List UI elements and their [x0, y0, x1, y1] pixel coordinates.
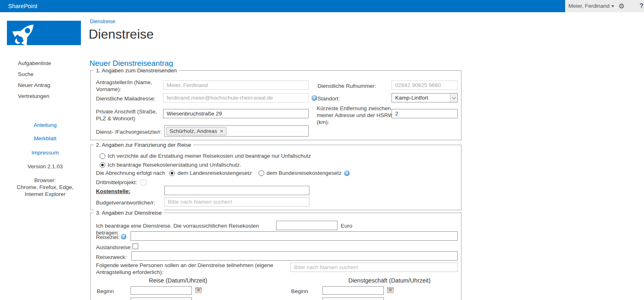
dienstgeschaeft-column-header: Dienstgeschäft (Datum/Uhrzeit) — [329, 277, 450, 284]
section-1-dienstreisender: 1. Angaben zum Dienstreisenden Antragste… — [90, 70, 461, 140]
page-title: Dienstreise — [89, 27, 154, 42]
antragsteller-input — [163, 80, 309, 90]
drittmittel-label: Drittmittelprojekt: — [96, 179, 137, 186]
version-label: Version 2.1.03 — [0, 163, 90, 170]
reise-ende-input[interactable] — [131, 298, 192, 300]
euro-label: Euro — [341, 222, 352, 229]
info-icon[interactable]: i — [311, 95, 317, 101]
reise-beginn-label: Beginn — [97, 288, 114, 295]
rocket-icon — [7, 21, 81, 45]
user-menu[interactable]: Meier, Ferdinand — [568, 0, 609, 12]
abrechnung-text: Die Abrechnung erfolgt nach — [96, 170, 165, 176]
dienstgeschaeft-beginn-label: Beginn — [291, 288, 308, 295]
standort-select[interactable]: Kamp-Lintfort — [392, 93, 458, 102]
reisezweck-input[interactable] — [131, 251, 458, 261]
reiseziel-input[interactable] — [131, 231, 458, 241]
browser-note-line: Chrome, Firefox, Edge, — [0, 184, 90, 191]
radio-row-verzicht: Ich verzichte auf die Erstattung meiner … — [100, 152, 311, 159]
kostenstelle-label: Kostenstelle: — [96, 188, 131, 195]
sidebar-link-impressum[interactable]: Impressum — [0, 150, 90, 156]
antragsteller-label: Antragsteller/in (Name, Vorname): — [96, 79, 162, 93]
entfernung-input[interactable] — [392, 109, 458, 118]
calendar-icon[interactable] — [195, 287, 202, 293]
sidebar-item-neuer-antrag[interactable]: Neuer Antrag — [0, 82, 90, 93]
sidebar-item-aufgabenliste[interactable]: Aufgabenliste — [0, 60, 90, 71]
person-chip: Schürholz, Andreas× — [166, 127, 226, 135]
bundesreisekostengesetz-radio[interactable] — [259, 170, 264, 176]
auslandsreise-checkbox[interactable] — [133, 243, 138, 249]
standort-label: Standort: — [318, 95, 366, 102]
entfernung-label: Kürzeste Entfernung zwischen meiner Adre… — [317, 105, 395, 126]
sidebar-item-vertretungen[interactable]: Vertretungen — [0, 93, 90, 104]
sidebar-link-anleitung[interactable]: Anleitung — [0, 122, 90, 128]
abrechnung-row: Die Abrechnung erfolgt nach dem Landesre… — [96, 170, 350, 176]
breadcrumb[interactable]: Dienstreise — [90, 19, 115, 24]
rufnummer-label: Dienstliche Rufnummer: — [318, 83, 391, 89]
section-1-legend: 1. Angaben zum Dienstreisenden — [94, 67, 179, 74]
auslandsreise-label: Auslandsreise: — [96, 244, 132, 251]
chevron-down-icon — [452, 96, 456, 100]
form-heading: Neuer Dienstreiseantrag — [89, 59, 173, 68]
sidebar-nav: Aufgabenliste Suche Neuer Antrag Vertret… — [0, 60, 90, 104]
browser-note: Browser: Chrome, Firefox, Edge, Internet… — [0, 177, 90, 198]
section-2-legend: 2. Angaben zur Finanzierung der Reise — [94, 141, 193, 148]
select-arrow-button[interactable] — [450, 93, 457, 102]
section-2-finanzierung: 2. Angaben zur Finanzierung der Reise Ic… — [90, 145, 461, 210]
gear-icon[interactable]: ⚙ — [618, 0, 624, 12]
calendar-icon[interactable] — [387, 287, 394, 293]
dienstgeschaeft-beginn-input[interactable] — [322, 286, 384, 295]
reise-column-header: Reise (Datum/Uhrzeit) — [129, 277, 227, 284]
dienstgeschaeft-ende-input[interactable] — [322, 298, 384, 300]
landesreisekostengesetz-radio[interactable] — [169, 170, 175, 176]
verzicht-radio-label: Ich verzichte auf die Erstattung meiner … — [108, 152, 311, 159]
budget-label: Budgetverantwortliche/r: — [96, 199, 155, 206]
verzicht-radio[interactable] — [100, 153, 105, 159]
anschrift-label: Private Anschrift (Straße, PLZ & Wohnort… — [96, 108, 163, 122]
suite-bar: SharePoint — [0, 0, 644, 12]
reisekosten-input[interactable] — [276, 221, 337, 230]
browser-note-line: Browser: — [0, 177, 90, 184]
person-chip-label: Schürholz, Andreas — [170, 128, 217, 134]
browser-note-line: Internet Explorer — [0, 191, 90, 198]
help-icon[interactable]: ? — [640, 0, 644, 12]
suite-bar-right: Meier, Ferdinand ⚙ ? — [565, 0, 644, 12]
erstattung-radio-label: Ich beantrage Reisekostenerstattung und … — [108, 161, 241, 168]
chevron-down-icon — [611, 5, 614, 7]
sharepoint-brand: SharePoint — [8, 0, 37, 12]
erstattung-radio[interactable] — [100, 162, 105, 168]
info-icon[interactable]: i — [344, 170, 350, 176]
kostenstelle-input[interactable] — [164, 186, 309, 195]
sidebar-link-merkblatt[interactable]: Merkblatt — [0, 135, 90, 141]
personen-input[interactable] — [290, 263, 458, 272]
landesreisekostengesetz-label: dem Landesreisekostengesetz — [177, 170, 252, 176]
reise-beginn-input[interactable] — [131, 286, 192, 295]
personen-label: Folgende weitere Personen sollen an der … — [96, 262, 291, 276]
anschrift-input[interactable] — [163, 109, 309, 118]
section-3-legend: 3. Angaben zur Dienstreise — [94, 209, 164, 216]
sidebar-item-suche[interactable]: Suche — [0, 71, 90, 82]
mail-label: Dienstliche Mailadresse: — [96, 95, 165, 102]
section-3-dienstreise: 3. Angaben zur Dienstreise Ich beantrage… — [90, 213, 461, 300]
reisezweck-label: Reisezweck: — [96, 254, 127, 261]
info-icon[interactable]: i — [121, 234, 126, 239]
vorgesetzte-picker[interactable]: Schürholz, Andreas× — [164, 125, 309, 137]
site-logo[interactable] — [7, 21, 81, 45]
drittmittel-row: Drittmittelprojekt: — [96, 179, 146, 186]
reiseziel-label: Reiseziel: — [96, 234, 120, 241]
drittmittel-checkbox — [141, 180, 146, 185]
bundesreisekostengesetz-label: dem Bundesreisekostengesetz — [267, 170, 342, 176]
radio-row-erstattung: Ich beantrage Reisekostenerstattung und … — [100, 161, 241, 168]
vorgesetzte-label: Dienst- /Fachvorgesetzte/r: — [96, 128, 169, 135]
close-icon[interactable]: × — [220, 128, 223, 134]
rufnummer-input — [392, 80, 458, 90]
standort-value: Kamp-Lintfort — [395, 93, 428, 102]
mail-input — [163, 93, 309, 102]
budget-input[interactable] — [164, 197, 309, 207]
